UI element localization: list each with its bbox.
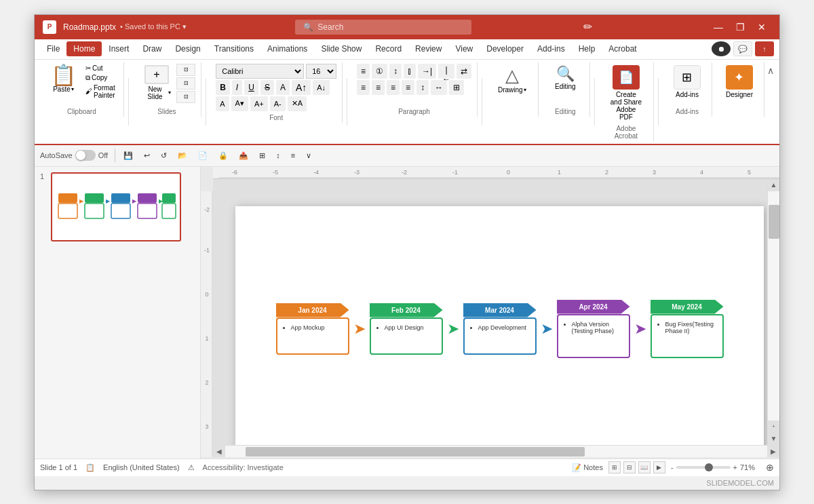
scroll-zoom-in[interactable]: + (768, 421, 780, 433)
menu-record[interactable]: Record (368, 41, 408, 56)
columns-button[interactable]: ⫿ (404, 64, 416, 79)
font-name-select[interactable]: Calibri (216, 64, 304, 79)
share-button[interactable]: ↑ (755, 41, 774, 56)
scroll-thumb-v[interactable] (769, 205, 779, 239)
menu-animations[interactable]: Animations (260, 41, 314, 56)
smartart[interactable]: ⊞ (449, 80, 464, 95)
undo-btn[interactable]: ↩ (140, 150, 154, 161)
designer-button[interactable]: ✦ Designer (720, 64, 758, 100)
autosave-area: AutoSave Off (40, 150, 108, 161)
format-painter-button[interactable]: 🖌Format Painter (83, 83, 118, 100)
pencil-icon[interactable]: ✏ (581, 19, 595, 35)
milestone-jan-header: Jan 2024 (276, 303, 349, 317)
numbering-button[interactable]: ① (372, 64, 387, 79)
strikethrough-button[interactable]: S (260, 80, 274, 95)
slide-layout-3[interactable]: ⊡ (176, 91, 195, 103)
menu-insert[interactable]: Insert (102, 41, 136, 56)
scroll-left-btn[interactable]: ◀ (213, 445, 225, 457)
arrange-btn[interactable]: ↕ (272, 150, 284, 161)
scroll-down-btn[interactable]: ▼ (768, 433, 780, 445)
drawing-button[interactable]: △ Drawing ▾ (492, 64, 532, 95)
fontsize-increase-button[interactable]: A+ (250, 96, 268, 111)
menu-addins[interactable]: Add-ins (530, 41, 572, 56)
addins-button[interactable]: ⊞ Add-ins (668, 64, 706, 100)
rtl-button[interactable]: ⇄ (457, 64, 471, 79)
menu-review[interactable]: Review (408, 41, 448, 56)
linespacing-button[interactable]: ↕ (389, 64, 402, 79)
bullets-button[interactable]: ≡ (357, 64, 370, 79)
ribbon-collapse[interactable]: ∧ (767, 65, 774, 76)
slide-layout-2[interactable]: ⊡ (176, 77, 195, 90)
new-slide-button[interactable]: + New Slide ▾ (138, 64, 175, 102)
font-color-button[interactable]: A (216, 96, 229, 111)
notes-btn[interactable]: 📝 Notes (572, 463, 603, 472)
menu-developer[interactable]: Developer (480, 41, 530, 56)
open-btn[interactable]: 📂 (174, 150, 191, 161)
clearformat-button[interactable]: ✕A (288, 96, 307, 111)
slide-canvas[interactable]: Jan 2024 App Mockup ➤ (235, 206, 764, 445)
textshadow-button[interactable]: A (276, 80, 290, 95)
menu-help[interactable]: Help (572, 41, 602, 56)
text-direction[interactable]: ↕ (416, 80, 429, 95)
close-button[interactable]: ✕ (752, 20, 771, 35)
scroll-right-btn[interactable]: ▶ (767, 445, 779, 457)
zoom-out-btn[interactable]: - (671, 463, 674, 471)
print-btn[interactable]: 🔒 (214, 150, 232, 161)
zoom-in-btn[interactable]: + (733, 463, 737, 471)
editing-button[interactable]: 🔍 Editing (547, 64, 584, 92)
normal-view-btn[interactable]: ⊞ (608, 461, 621, 473)
paste-button[interactable]: 📋 Paste ▾ (45, 64, 81, 94)
align-center[interactable]: ≡ (372, 80, 385, 95)
justify[interactable]: ≡ (402, 80, 414, 95)
menu-acrobat[interactable]: Acrobat (602, 41, 643, 56)
menu-design[interactable]: Design (168, 41, 207, 56)
grid-btn[interactable]: ⊞ (255, 150, 269, 161)
font-highlight-button[interactable]: A▾ (231, 96, 248, 111)
chat-button[interactable]: 💬 (733, 41, 752, 56)
share-toolbar-btn[interactable]: 📤 (235, 150, 252, 161)
indent-increase[interactable]: →| (418, 64, 436, 79)
fontsize-decrease-button[interactable]: A- (270, 96, 286, 111)
indent-decrease[interactable]: |← (438, 64, 454, 79)
scroll-up-btn[interactable]: ▲ (768, 179, 780, 191)
bold-button[interactable]: B (216, 80, 230, 95)
autosave-toggle[interactable] (75, 150, 96, 161)
copy-button[interactable]: ⧉Copy (83, 73, 118, 83)
restore-button[interactable]: ❐ (731, 20, 750, 35)
more-btn[interactable]: ≡ (287, 150, 299, 161)
record-button[interactable]: ⏺ (712, 41, 731, 56)
slide-thumbnail[interactable]: ▶ ▶ ▶ (51, 172, 181, 241)
menu-home[interactable]: Home (66, 41, 102, 56)
menu-file[interactable]: File (40, 41, 66, 56)
slide-sorter-btn[interactable]: ⊟ (623, 461, 636, 473)
increase-font-button[interactable]: A↑ (292, 80, 311, 95)
minimize-button[interactable]: — (709, 20, 728, 35)
scroll-thumb-h[interactable] (246, 447, 585, 457)
fit-slide-btn[interactable]: ⊕ (766, 462, 774, 473)
align-text[interactable]: ↔ (431, 80, 447, 95)
font-group: Calibri 16 B I U S A A↑ A↓ A (210, 62, 343, 123)
align-right[interactable]: ≡ (387, 80, 400, 95)
save-toolbar-btn[interactable]: 💾 (119, 150, 137, 161)
search-input[interactable] (317, 22, 463, 32)
slideshow-btn[interactable]: ▶ (653, 461, 665, 473)
overflow-btn[interactable]: ∨ (302, 150, 315, 161)
zoom-track[interactable] (676, 466, 731, 469)
italic-button[interactable]: I (232, 80, 242, 95)
accessibility-text[interactable]: Accessibility: Investigate (203, 463, 284, 471)
decrease-font-button[interactable]: A↓ (313, 80, 330, 95)
reading-view-btn[interactable]: 📖 (638, 461, 651, 473)
underline-button[interactable]: U (244, 80, 258, 95)
editing-group: 🔍 Editing Editing (541, 62, 590, 117)
menu-slideshow[interactable]: Slide Show (314, 41, 368, 56)
menu-draw[interactable]: Draw (136, 41, 168, 56)
menu-transitions[interactable]: Transitions (208, 41, 260, 56)
redo-btn[interactable]: ↺ (157, 150, 171, 161)
cut-button[interactable]: ✂Cut (83, 64, 118, 73)
align-left[interactable]: ≡ (357, 80, 370, 95)
slide-layout-1[interactable]: ⊡ (176, 64, 195, 76)
new-btn[interactable]: 📄 (194, 150, 212, 161)
menu-view[interactable]: View (448, 41, 480, 56)
adobe-button[interactable]: 📄 Create and ShareAdobe PDF (604, 64, 648, 122)
font-size-select[interactable]: 16 (306, 64, 336, 79)
